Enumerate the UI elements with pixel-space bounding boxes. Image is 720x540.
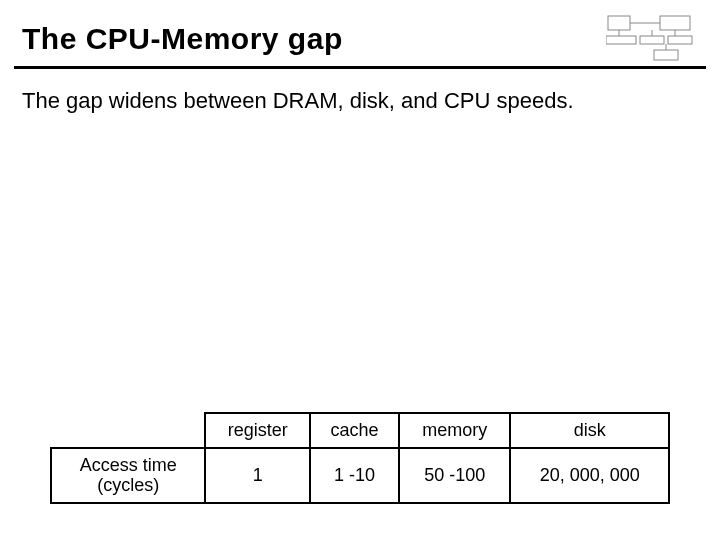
- svg-rect-0: [608, 16, 630, 30]
- cell-memory: 50 -100: [399, 448, 510, 503]
- col-header-cache: cache: [310, 413, 399, 448]
- table-row: Access time (cycles) 1 1 -10 50 -100 20,…: [51, 448, 669, 503]
- col-header-register: register: [205, 413, 310, 448]
- title-divider: [14, 66, 706, 69]
- svg-rect-9: [654, 50, 678, 60]
- slide: The CPU-Memory gap The gap widens betwee…: [0, 0, 720, 540]
- col-header-memory: memory: [399, 413, 510, 448]
- subtitle: The gap widens between DRAM, disk, and C…: [22, 88, 574, 114]
- cpu-memory-diagram-icon: [606, 14, 694, 64]
- row-label-access-time: Access time (cycles): [51, 448, 205, 503]
- svg-rect-5: [668, 36, 692, 44]
- svg-rect-1: [660, 16, 690, 30]
- page-title: The CPU-Memory gap: [22, 22, 343, 56]
- cell-register: 1: [205, 448, 310, 503]
- access-time-table: register cache memory disk Access time (…: [50, 412, 670, 504]
- svg-rect-3: [606, 36, 636, 44]
- cell-cache: 1 -10: [310, 448, 399, 503]
- row-label-line1: Access time: [80, 455, 177, 475]
- svg-rect-4: [640, 36, 664, 44]
- row-label-line2: (cycles): [97, 475, 159, 495]
- col-header-disk: disk: [510, 413, 669, 448]
- cell-disk: 20, 000, 000: [510, 448, 669, 503]
- table-header-row: register cache memory disk: [51, 413, 669, 448]
- table-corner-empty: [51, 413, 205, 448]
